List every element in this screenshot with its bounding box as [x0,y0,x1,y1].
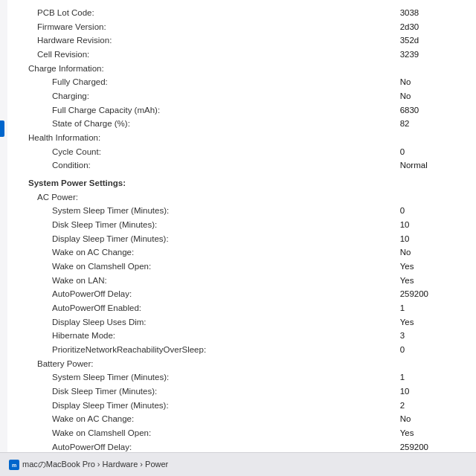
bat-disp-sleep-label: Display Sleep Timer (Minutes): [22,399,397,413]
bat-disk-sleep-value: 10 [397,385,461,399]
table-row: Display Sleep Uses Dim: Yes [22,315,461,329]
hardware-rev-label: Hardware Revision: [22,33,397,48]
pcb-lot-label: PCB Lot Code: [22,6,397,20]
ac-auto-delay-label: AutoPowerOff Delay: [22,287,397,301]
full-charge-cap-value: 6830 [397,103,461,118]
condition-value: Normal [397,158,461,173]
table-row: Disk Sleep Timer (Minutes): 10 [22,218,461,232]
table-row: Full Charge Capacity (mAh): 6830 [22,103,461,118]
ac-disk-sleep-value: 10 [397,218,461,232]
bat-disp-sleep-value: 2 [397,399,461,413]
table-row: Wake on AC Change: No [22,245,461,260]
info-table: PCB Lot Code: 3038 Firmware Version: 2d3… [22,6,461,452]
cycle-count-value: 0 [397,145,461,159]
table-row: Cell Revision: 3239 [22,48,461,62]
ac-prioritize-label: PrioritizeNetworkReachabilityOverSleep: [22,343,397,357]
table-row: Firmware Version: 2d30 [22,20,461,34]
cycle-count-label: Cycle Count: [22,145,397,159]
bat-sys-sleep-value: 1 [397,370,461,385]
cell-rev-label: Cell Revision: [22,48,397,62]
table-row: Charge Information: [22,62,461,76]
bat-sys-sleep-label: System Sleep Timer (Minutes): [22,370,397,385]
main-content: PCB Lot Code: 3038 Firmware Version: 2d3… [7,0,476,452]
table-row: Fully Charged: No [22,75,461,89]
ac-sys-sleep-value: 0 [397,204,461,218]
bat-wake-clamshell-value: Yes [397,426,461,440]
mac-icon: m [9,460,19,470]
table-row: Wake on Clamshell Open: Yes [22,260,461,274]
table-row: Hardware Revision: 352d [22,33,461,48]
fully-charged-value: No [397,75,461,89]
table-row: System Sleep Timer (Minutes): 0 [22,204,461,218]
ac-auto-enabled-value: 1 [397,301,461,315]
bat-wake-ac-value: No [397,412,461,426]
ac-sys-sleep-label: System Sleep Timer (Minutes): [22,204,397,218]
table-row: Wake on Clamshell Open: Yes [22,426,461,440]
bat-wake-ac-label: Wake on AC Change: [22,412,397,426]
table-row: State of Charge (%): 82 [22,117,461,131]
charge-header: Charge Information: [22,62,461,76]
firmware-label: Firmware Version: [22,20,397,34]
table-row: Battery Power: [22,357,461,371]
ac-wake-clamshell-label: Wake on Clamshell Open: [22,260,397,274]
ac-wake-ac-label: Wake on AC Change: [22,245,397,260]
ac-wake-clamshell-value: Yes [397,260,461,274]
svg-text:m: m [12,463,16,468]
system-power-header: System Power Settings: [22,173,461,190]
table-row: Display Sleep Timer (Minutes): 10 [22,232,461,246]
pcb-lot-value: 3038 [397,6,461,20]
table-row: Charging: No [22,89,461,103]
fully-charged-label: Fully Charged: [22,75,397,89]
table-row: AutoPowerOff Enabled: 1 [22,301,461,315]
bat-wake-clamshell-label: Wake on Clamshell Open: [22,426,397,440]
table-row: AutoPowerOff Delay: 259200 [22,440,461,452]
health-header: Health Information: [22,131,461,145]
cell-rev-value: 3239 [397,48,461,62]
table-row: AutoPowerOff Delay: 259200 [22,287,461,301]
ac-auto-delay-value: 259200 [397,287,461,301]
table-row: Cycle Count: 0 [22,145,461,159]
charging-value: No [397,89,461,103]
bat-disk-sleep-label: Disk Sleep Timer (Minutes): [22,385,397,399]
table-row: PCB Lot Code: 3038 [22,6,461,20]
ac-disk-sleep-label: Disk Sleep Timer (Minutes): [22,218,397,232]
table-row: Hibernate Mode: 3 [22,329,461,343]
table-row: Wake on LAN: Yes [22,274,461,288]
ac-wake-ac-value: No [397,245,461,260]
ac-hibernate-label: Hibernate Mode: [22,329,397,343]
table-row: AC Power: [22,190,461,205]
state-charge-value: 82 [397,117,461,131]
ac-disp-sleep-value: 10 [397,232,461,246]
ac-hibernate-value: 3 [397,329,461,343]
table-row: PrioritizeNetworkReachabilityOverSleep: … [22,343,461,357]
table-row: Display Sleep Timer (Minutes): 2 [22,399,461,413]
ac-wake-lan-value: Yes [397,274,461,288]
bat-auto-delay-value: 259200 [397,440,461,452]
table-row: Condition: Normal [22,158,461,173]
ac-prioritize-value: 0 [397,343,461,357]
ac-wake-lan-label: Wake on LAN: [22,274,397,288]
ac-auto-enabled-label: AutoPowerOff Enabled: [22,301,397,315]
condition-label: Condition: [22,158,397,173]
firmware-value: 2d30 [397,20,461,34]
ac-disp-dim-label: Display Sleep Uses Dim: [22,315,397,329]
table-row: System Power Settings: [22,173,461,190]
table-row: Disk Sleep Timer (Minutes): 10 [22,385,461,399]
bat-auto-delay-label: AutoPowerOff Delay: [22,440,397,452]
blue-accent-bar [0,120,4,137]
main-container: PCB Lot Code: 3038 Firmware Version: 2d3… [0,0,476,476]
breadcrumb: macのMacBook Pro › Hardware › Power [22,459,168,470]
bottom-bar: m macのMacBook Pro › Hardware › Power [0,452,476,476]
state-charge-label: State of Charge (%): [22,117,397,131]
ac-power-label: AC Power: [22,190,461,205]
ac-disp-sleep-label: Display Sleep Timer (Minutes): [22,232,397,246]
hardware-rev-value: 352d [397,33,461,48]
full-charge-cap-label: Full Charge Capacity (mAh): [22,103,397,118]
table-row: Wake on AC Change: No [22,412,461,426]
ac-disp-dim-value: Yes [397,315,461,329]
table-row: Health Information: [22,131,461,145]
battery-power-label: Battery Power: [22,357,461,371]
charging-label: Charging: [22,89,397,103]
table-row: System Sleep Timer (Minutes): 1 [22,370,461,385]
